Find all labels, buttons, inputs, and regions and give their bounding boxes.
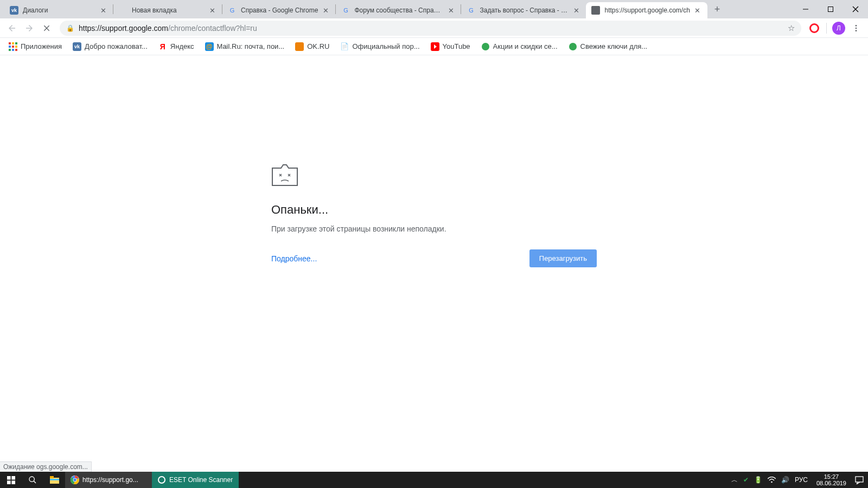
learn-more-link[interactable]: Подробнее... [271, 254, 317, 263]
url-host: https://support.google.com [79, 24, 168, 33]
search-button[interactable] [22, 472, 43, 488]
tab-3[interactable]: G Форум сообщества - Справка ✕ [336, 2, 461, 18]
tray-volume-icon[interactable]: 🔊 [781, 476, 789, 484]
bookmark-yandex[interactable]: ЯЯндекс [154, 40, 199, 53]
eset-icon [157, 476, 166, 484]
tray-notifications-icon[interactable] [855, 476, 864, 484]
apps-grid-icon [9, 42, 17, 51]
svg-point-6 [856, 25, 857, 27]
bookmark-youtube[interactable]: YouTube [426, 40, 475, 53]
bookmark-sales[interactable]: Акции и скидки се... [477, 40, 562, 53]
bookmark-label: Добро пожаловат... [85, 42, 148, 50]
bookmark-keys[interactable]: Свежие ключи для... [564, 40, 652, 53]
tray-wifi-icon[interactable] [768, 477, 776, 483]
svg-point-27 [159, 477, 164, 483]
close-tab-icon[interactable]: ✕ [208, 6, 216, 15]
tab-title: https://support.google.com/ch [604, 7, 690, 14]
svg-rect-21 [50, 479, 59, 480]
file-explorer-button[interactable] [43, 472, 65, 488]
bookmarks-bar: Приложения vkДобро пожаловат... ЯЯндекс … [0, 38, 868, 55]
maximize-button[interactable] [818, 0, 843, 18]
google-icon: G [341, 6, 350, 15]
google-icon: G [228, 6, 237, 15]
opera-extension-icon[interactable] [807, 21, 822, 36]
tab-5-active[interactable]: https://support.google.com/ch ✕ [586, 2, 707, 18]
svg-rect-15 [7, 480, 11, 484]
tab-strip: vk Диалоги ✕ Новая вкладка ✕ G Справка -… [0, 0, 868, 18]
svg-point-25 [73, 478, 76, 481]
green-dot-icon [569, 42, 577, 51]
google-icon: G [467, 6, 475, 15]
forward-button[interactable] [22, 21, 37, 36]
svg-point-28 [771, 481, 773, 483]
error-container: Опаньки... При загрузке этой страницы во… [271, 164, 597, 472]
windows-taskbar: https://support.go... ESET Online Scanne… [0, 472, 868, 488]
svg-line-18 [34, 481, 36, 483]
lock-icon: 🔒 [66, 24, 74, 32]
toolbar: 🔒 https://support.google.com/chrome/cont… [0, 18, 868, 38]
svg-rect-16 [11, 480, 15, 484]
close-window-button[interactable] [843, 0, 868, 18]
close-tab-icon[interactable]: ✕ [572, 6, 580, 15]
start-button[interactable] [0, 472, 22, 488]
vk-icon: vk [73, 42, 81, 51]
close-tab-icon[interactable]: ✕ [99, 6, 107, 15]
green-dot-icon [481, 42, 490, 51]
tab-4[interactable]: G Задать вопрос - Справка - Go ✕ [461, 2, 586, 18]
bookmark-label: Акции и скидки се... [493, 42, 558, 50]
bookmark-okru[interactable]: OK.RU [291, 40, 334, 53]
svg-rect-20 [50, 476, 54, 478]
tray-time: 15:27 [816, 473, 846, 480]
bookmark-label: OK.RU [307, 42, 329, 50]
stop-button[interactable] [39, 21, 54, 36]
chrome-menu-button[interactable] [848, 21, 864, 36]
generic-icon: 📄 [340, 42, 349, 51]
tray-chevron-icon[interactable]: ︿ [731, 476, 738, 485]
taskbar-chrome[interactable]: https://support.go... [65, 472, 152, 488]
tab-title: Форум сообщества - Справка [354, 7, 443, 14]
tab-title: Диалоги [23, 7, 95, 14]
address-bar[interactable]: 🔒 https://support.google.com/chrome/cont… [60, 21, 801, 36]
svg-point-7 [856, 27, 857, 29]
mailru-icon: @ [205, 42, 214, 51]
new-tab-button[interactable]: + [710, 2, 725, 17]
tray-security-icon[interactable]: ✔ [743, 476, 749, 484]
bookmark-mailru[interactable]: @Mail.Ru: почта, пои... [201, 40, 289, 53]
task-label: https://support.go... [82, 476, 138, 484]
close-tab-icon[interactable]: ✕ [321, 6, 330, 15]
dead-page-icon [591, 6, 600, 15]
taskbar-eset[interactable]: ESET Online Scanner [152, 472, 239, 488]
svg-point-17 [29, 477, 34, 481]
tray-clock[interactable]: 15:27 08.06.2019 [813, 473, 850, 486]
profile-avatar[interactable]: Л [831, 21, 846, 36]
tab-1[interactable]: Новая вкладка ✕ [113, 2, 222, 18]
tab-title: Справка - Google Chrome [241, 7, 318, 14]
task-label: ESET Online Scanner [169, 476, 233, 484]
vk-messages-icon: vk [10, 6, 18, 15]
bookmark-label: YouTube [443, 42, 470, 50]
tab-0[interactable]: vk Диалоги ✕ [4, 2, 113, 18]
youtube-icon [431, 42, 439, 51]
tab-title: Задать вопрос - Справка - Go [480, 7, 569, 14]
back-button[interactable] [4, 21, 20, 36]
bookmark-vk[interactable]: vkДобро пожаловат... [68, 40, 152, 53]
apps-shortcut[interactable]: Приложения [4, 40, 66, 53]
tray-battery-icon[interactable]: 🔋 [754, 476, 762, 484]
bookmark-star-icon[interactable]: ☆ [788, 23, 795, 33]
close-tab-icon[interactable]: ✕ [446, 6, 455, 15]
error-actions: Подробнее... Перезагрузить [271, 249, 597, 267]
chrome-icon [71, 476, 79, 484]
reload-button[interactable]: Перезагрузить [529, 249, 597, 267]
window-controls [793, 0, 868, 18]
close-tab-icon[interactable]: ✕ [693, 6, 702, 15]
minimize-button[interactable] [793, 0, 818, 18]
ok-icon [295, 42, 304, 51]
bookmark-official[interactable]: 📄Официальный пор... [336, 40, 424, 53]
tray-date: 08.06.2019 [816, 480, 846, 486]
svg-rect-14 [11, 476, 15, 480]
status-bar: Ожидание ogs.google.com... [0, 461, 92, 472]
bookmark-label: Яндекс [170, 42, 194, 50]
tab-2[interactable]: G Справка - Google Chrome ✕ [222, 2, 335, 18]
tray-language[interactable]: РУС [795, 476, 808, 484]
toolbar-separator [826, 23, 827, 34]
